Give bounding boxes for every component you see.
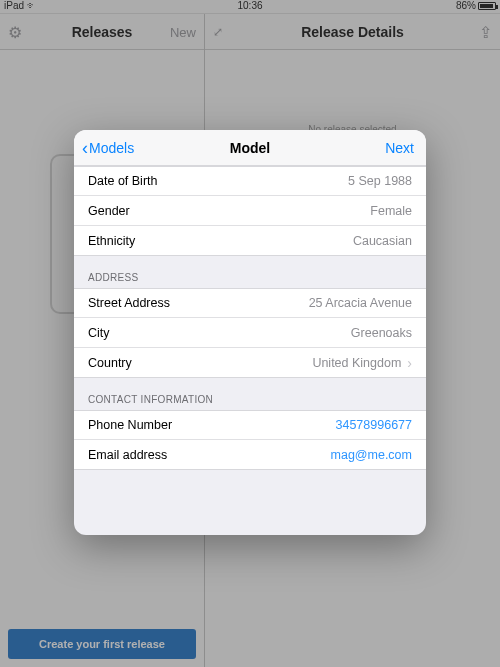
- city-value: Greenoaks: [110, 326, 412, 340]
- ethnicity-value: Caucasian: [135, 234, 412, 248]
- address-section: Street Address 25 Arcacia Avenue City Gr…: [74, 288, 426, 378]
- contact-header: CONTACT INFORMATION: [74, 378, 426, 410]
- city-cell[interactable]: City Greenoaks: [74, 318, 426, 348]
- model-form-modal: ‹ Models Model Next Date of Birth 5 Sep …: [74, 130, 426, 535]
- modal-content: Date of Birth 5 Sep 1988 Gender Female E…: [74, 166, 426, 535]
- chevron-left-icon: ‹: [82, 138, 88, 159]
- personal-section: Date of Birth 5 Sep 1988 Gender Female E…: [74, 166, 426, 256]
- email-label: Email address: [88, 448, 167, 462]
- back-button[interactable]: ‹ Models: [82, 130, 134, 166]
- street-label: Street Address: [88, 296, 170, 310]
- phone-value: 34578996677: [172, 418, 412, 432]
- modal-title: Model: [230, 140, 270, 156]
- gender-label: Gender: [88, 204, 130, 218]
- chevron-right-icon: ›: [407, 355, 412, 371]
- next-button[interactable]: Next: [385, 130, 414, 166]
- country-cell[interactable]: Country United Kingdom ›: [74, 348, 426, 378]
- email-value: mag@me.com: [167, 448, 412, 462]
- modal-navbar: ‹ Models Model Next: [74, 130, 426, 166]
- phone-cell[interactable]: Phone Number 34578996677: [74, 410, 426, 440]
- address-header: ADDRESS: [74, 256, 426, 288]
- ethnicity-label: Ethnicity: [88, 234, 135, 248]
- back-label: Models: [89, 140, 134, 156]
- dob-cell[interactable]: Date of Birth 5 Sep 1988: [74, 166, 426, 196]
- email-cell[interactable]: Email address mag@me.com: [74, 440, 426, 470]
- country-value: United Kingdom: [132, 356, 402, 370]
- street-cell[interactable]: Street Address 25 Arcacia Avenue: [74, 288, 426, 318]
- dob-value: 5 Sep 1988: [157, 174, 412, 188]
- phone-label: Phone Number: [88, 418, 172, 432]
- dob-label: Date of Birth: [88, 174, 157, 188]
- gender-value: Female: [130, 204, 412, 218]
- contact-section: Phone Number 34578996677 Email address m…: [74, 410, 426, 470]
- city-label: City: [88, 326, 110, 340]
- ethnicity-cell[interactable]: Ethnicity Caucasian: [74, 226, 426, 256]
- gender-cell[interactable]: Gender Female: [74, 196, 426, 226]
- country-label: Country: [88, 356, 132, 370]
- street-value: 25 Arcacia Avenue: [170, 296, 412, 310]
